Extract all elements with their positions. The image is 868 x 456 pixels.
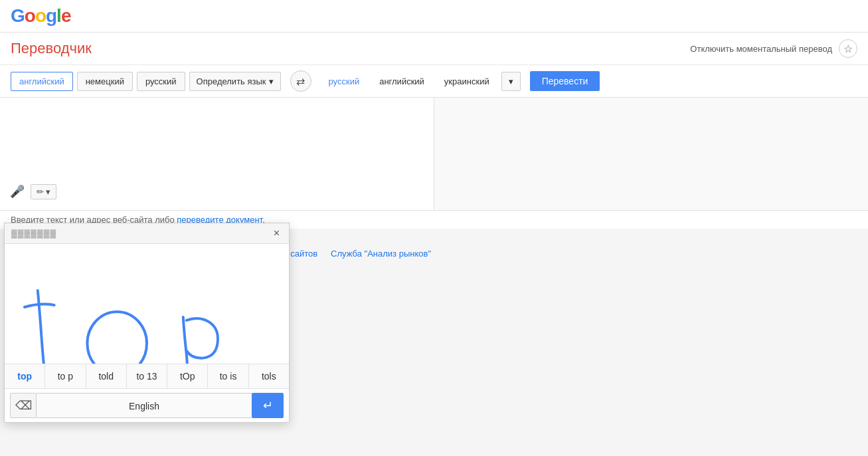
source-textarea[interactable] [7, 104, 427, 177]
source-lang-russian[interactable]: русский [137, 72, 185, 91]
source-panel: 🎤 ✏ ▾ [0, 98, 434, 210]
hw-modal-titlebar: ▓▓▓▓▓▓▓ × [5, 223, 289, 244]
google-logo: Google [11, 5, 70, 27]
instant-translate-area: Отключить моментальный перевод ☆ [690, 39, 857, 58]
chevron-down-icon: ▾ [509, 76, 513, 86]
hw-canvas-area[interactable] [5, 244, 289, 265]
target-panel [434, 98, 868, 210]
detect-language-dropdown[interactable]: Определить язык ▾ [189, 72, 281, 91]
target-lang-dropdown[interactable]: ▾ [501, 72, 521, 91]
handwriting-modal: ▓▓▓▓▓▓▓ × top to p told to 13 tOp to is … [4, 223, 290, 265]
chevron-down-icon: ▾ [269, 76, 274, 86]
hw-modal-handle: ▓▓▓▓▓▓▓ [11, 229, 56, 238]
instant-translate-label[interactable]: Отключить моментальный перевод [690, 44, 832, 54]
swap-languages-button[interactable]: ⇄ [290, 70, 311, 92]
star-icon-button[interactable]: ☆ [839, 39, 857, 58]
main-translation-area: 🎤 ✏ ▾ [0, 98, 868, 211]
hw-close-button[interactable]: × [271, 227, 282, 239]
target-lang-english[interactable]: английский [371, 72, 432, 90]
target-lang-ukrainian[interactable]: украинский [436, 72, 497, 90]
footer-link-market-analysis[interactable]: Служба "Анализ рынков" [331, 249, 431, 259]
chevron-down-icon: ▾ [46, 187, 50, 197]
lang-bar: английский немецкий русский Определить я… [0, 65, 868, 98]
target-lang-russian[interactable]: русский [321, 72, 368, 90]
microphone-button[interactable]: 🎤 [8, 182, 27, 201]
handwriting-button[interactable]: ✏ ▾ [31, 184, 56, 199]
title-bar: Переводчик Отключить моментальный перево… [0, 33, 868, 65]
page-title: Переводчик [11, 40, 92, 57]
pencil-icon: ✏ [37, 187, 44, 197]
source-lang-german[interactable]: немецкий [77, 72, 133, 91]
source-lang-english[interactable]: английский [11, 72, 73, 91]
translate-button[interactable]: Перевести [530, 71, 600, 91]
hw-drawing [5, 244, 289, 265]
source-toolbar: 🎤 ✏ ▾ [7, 179, 427, 203]
header: Google [0, 0, 868, 33]
